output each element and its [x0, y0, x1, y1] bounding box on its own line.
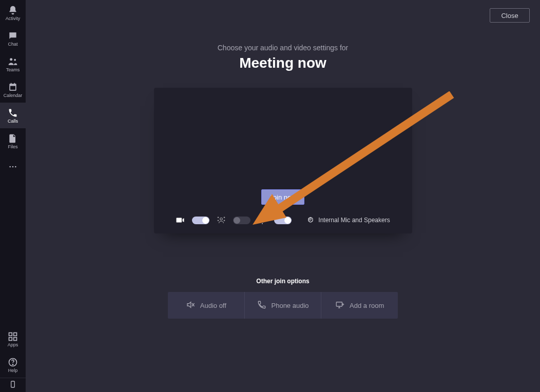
- bell-icon: [8, 5, 18, 15]
- sidebar-item-label: Files: [8, 145, 17, 149]
- svg-rect-2: [11, 83, 12, 84]
- svg-rect-7: [9, 332, 12, 336]
- sidebar-item-label: Help: [8, 368, 18, 373]
- option-audio-off[interactable]: Audio off: [168, 292, 244, 319]
- option-phone-audio[interactable]: Phone audio: [244, 292, 321, 319]
- help-icon: [8, 357, 18, 367]
- microphone-toggle[interactable]: [274, 217, 292, 224]
- svg-point-17: [218, 220, 219, 221]
- calendar-icon: [8, 82, 18, 92]
- video-icon: [176, 215, 185, 225]
- svg-point-14: [220, 218, 223, 221]
- app-sidebar: Activity Chat Teams Calendar Calls: [0, 0, 26, 392]
- prejoin-controls: Internal Mic and Speakers: [154, 215, 412, 225]
- sidebar-item-help[interactable]: Help: [0, 352, 26, 378]
- svg-rect-22: [336, 302, 342, 306]
- svg-point-1: [14, 58, 16, 61]
- sidebar-item-more[interactable]: [0, 154, 26, 180]
- sidebar-item-calendar[interactable]: Calendar: [0, 77, 26, 103]
- sidebar-item-activity[interactable]: Activity: [0, 0, 26, 26]
- microphone-icon: [258, 215, 267, 225]
- more-icon: [8, 166, 18, 168]
- join-now-button[interactable]: Join now: [261, 189, 304, 205]
- heading-title: Meeting now: [218, 55, 349, 71]
- svg-rect-13: [11, 381, 15, 387]
- svg-point-12: [12, 364, 13, 364]
- sidebar-item-label: Apps: [8, 343, 18, 347]
- sidebar-item-label: Calls: [8, 119, 18, 124]
- svg-rect-9: [9, 337, 12, 340]
- sidebar-item-label: Calendar: [4, 93, 23, 98]
- main-area: Close Choose your audio and video settin…: [26, 0, 540, 392]
- sidebar-item-label: Activity: [6, 16, 21, 21]
- svg-point-16: [224, 217, 225, 218]
- phone-audio-icon: [257, 300, 266, 311]
- svg-rect-3: [14, 83, 15, 84]
- other-options-title: Other join options: [256, 278, 309, 285]
- sidebar-item-chat[interactable]: Chat: [0, 26, 26, 51]
- camera-toggle[interactable]: [192, 217, 209, 224]
- sidebar-item-label: Chat: [8, 42, 17, 47]
- sidebar-item-teams[interactable]: Teams: [0, 51, 26, 77]
- option-label: Phone audio: [272, 302, 309, 309]
- svg-point-4: [9, 166, 11, 168]
- heading-subtitle: Choose your audio and video settings for: [218, 44, 349, 52]
- device-label: Internal Mic and Speakers: [318, 217, 390, 224]
- option-add-room[interactable]: Add a room: [321, 292, 398, 319]
- files-icon: [8, 133, 18, 144]
- device-settings-button[interactable]: Internal Mic and Speakers: [306, 215, 390, 225]
- apps-icon: [8, 331, 18, 342]
- option-label: Add a room: [350, 302, 384, 309]
- add-room-icon: [335, 300, 344, 311]
- heading: Choose your audio and video settings for…: [218, 44, 349, 71]
- sidebar-item-calls[interactable]: Calls: [0, 103, 26, 128]
- svg-point-15: [218, 217, 219, 218]
- device-icon: [9, 380, 17, 390]
- join-now-label: Join now: [269, 193, 296, 201]
- device-button[interactable]: [0, 378, 26, 392]
- svg-point-0: [10, 58, 12, 61]
- option-label: Audio off: [200, 302, 226, 309]
- background-blur-icon: [217, 215, 226, 225]
- video-preview-card: Join now Inter: [154, 88, 412, 233]
- audio-off-icon: [186, 300, 195, 311]
- teams-icon: [8, 56, 18, 67]
- sidebar-item-label: Teams: [6, 68, 20, 72]
- background-blur-toggle[interactable]: [233, 217, 250, 224]
- other-options-bar: Audio off Phone audio Add a room: [168, 292, 398, 319]
- svg-rect-10: [14, 337, 17, 340]
- gear-icon: [306, 215, 314, 225]
- phone-icon: [8, 108, 18, 118]
- sidebar-item-files[interactable]: Files: [0, 128, 26, 154]
- svg-point-18: [224, 220, 225, 221]
- svg-point-5: [12, 166, 14, 168]
- svg-rect-8: [14, 332, 17, 336]
- chat-icon: [8, 31, 18, 41]
- svg-point-6: [15, 166, 16, 168]
- sidebar-item-apps[interactable]: Apps: [0, 326, 26, 352]
